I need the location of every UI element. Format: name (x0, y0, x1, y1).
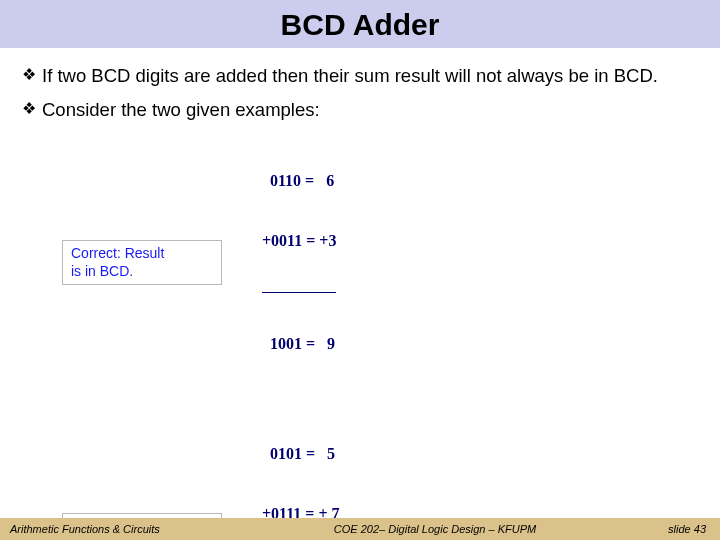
example-calc-correct: 0110 = 6 +0011 = +3 1001 = 9 (262, 131, 336, 394)
calc-line: +0011 = +3 (262, 231, 336, 251)
calc-line: 0101 = 5 (262, 444, 340, 464)
example-label-correct: Correct: Result is in BCD. (62, 240, 222, 285)
calc-rule (262, 292, 336, 293)
slide-title: BCD Adder (0, 8, 720, 42)
diamond-icon: ❖ (22, 100, 36, 118)
example-label-line: Correct: Result (71, 245, 164, 261)
bullet-text: Consider the two given examples: (42, 98, 698, 122)
title-banner: BCD Adder (0, 0, 720, 48)
slide-content: ❖ If two BCD digits are added then their… (0, 48, 720, 540)
footer-left: Arithmetic Functions & Circuits (0, 523, 230, 535)
example-label-line: is in BCD. (71, 263, 133, 279)
diamond-icon: ❖ (22, 66, 36, 84)
examples-region: Correct: Result is in BCD. 0110 = 6 +001… (62, 131, 698, 540)
bullet-item: ❖ If two BCD digits are added then their… (22, 64, 698, 88)
bullet-text: If two BCD digits are added then their s… (42, 64, 698, 88)
slide-footer: Arithmetic Functions & Circuits COE 202–… (0, 518, 720, 540)
calc-line: 1001 = 9 (262, 334, 336, 354)
example-correct: Correct: Result is in BCD. 0110 = 6 +001… (62, 131, 698, 394)
bullet-item: ❖ Consider the two given examples: (22, 98, 698, 122)
footer-right: slide 43 (640, 523, 720, 535)
calc-line: 0110 = 6 (262, 171, 336, 191)
footer-center: COE 202– Digital Logic Design – KFUPM (230, 523, 640, 535)
